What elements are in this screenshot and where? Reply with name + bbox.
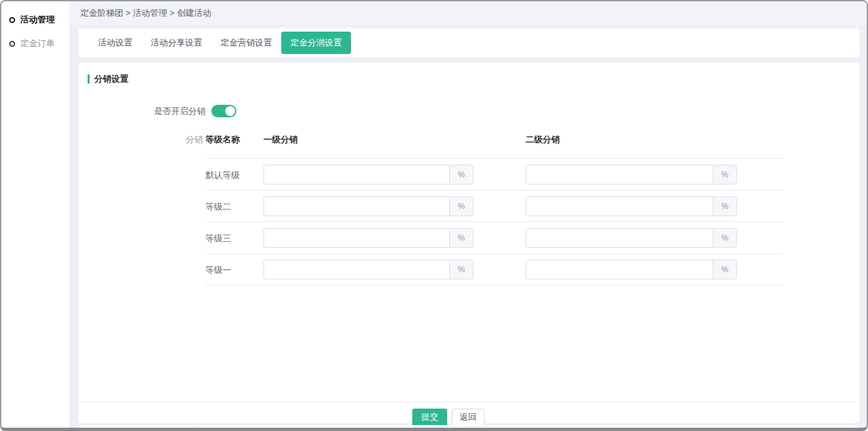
tab-bar: 活动设置 活动分享设置 定金营销设置 定金分润设置 — [78, 28, 859, 57]
level-name: 等级二 — [205, 201, 231, 213]
tab-deposit-marketing-settings[interactable]: 定金营销设置 — [211, 32, 281, 54]
row-divider — [205, 221, 783, 222]
level2-percent-input[interactable] — [526, 196, 713, 216]
level2-input-group: % — [526, 260, 737, 279]
percent-unit: % — [713, 165, 737, 185]
column-header-level1: 一级分销 — [263, 134, 298, 146]
tab-activity-share-settings[interactable]: 活动分享设置 — [142, 32, 211, 54]
row-divider — [205, 253, 783, 254]
level-name: 等级三 — [205, 233, 231, 244]
level-name: 默认等级 — [205, 169, 240, 181]
percent-unit: % — [713, 228, 737, 248]
level1-percent-input[interactable] — [263, 165, 449, 185]
table-row: 等级一 % % — [78, 253, 859, 285]
section-accent-bar — [88, 74, 90, 84]
percent-unit: % — [449, 260, 474, 279]
level2-input-group: % — [526, 228, 737, 248]
table-row: 等级三 % % — [78, 221, 859, 253]
level1-input-group: % — [263, 260, 474, 279]
level2-input-group: % — [526, 165, 737, 185]
column-header-level-name: 等级名称 — [205, 134, 240, 146]
sidebar-item-deposit-orders[interactable]: 定金订单 — [1, 32, 69, 55]
level2-percent-input[interactable] — [526, 260, 713, 279]
row-divider — [205, 158, 783, 159]
level2-percent-input[interactable] — [526, 228, 713, 248]
column-header-level2: 二级分销 — [526, 134, 560, 146]
percent-unit: % — [449, 196, 474, 216]
back-button[interactable]: 返回 — [452, 409, 485, 426]
distribution-settings-panel: 分销设置 是否开启分销 分销 等级名称 一级分销 二级分销 默认等级 — [78, 63, 859, 423]
level1-input-group: % — [263, 196, 474, 216]
sidebar-item-activity-management[interactable]: 活动管理 — [1, 8, 69, 32]
row-divider — [205, 190, 783, 190]
sidebar: 活动管理 定金订单 — [1, 1, 69, 428]
circle-icon — [9, 17, 15, 23]
level1-percent-input[interactable] — [263, 228, 449, 248]
enable-distribution-row: 是否开启分销 — [78, 105, 236, 118]
level-name: 等级一 — [205, 264, 231, 276]
app-window: 活动管理 定金订单 定金阶梯团 > 活动管理 > 创建活动 活动设置 活动分享设… — [0, 0, 868, 431]
table-header-row: 分销 等级名称 一级分销 二级分销 — [78, 131, 859, 150]
footer-divider — [78, 402, 859, 403]
level1-input-group: % — [263, 165, 474, 185]
table-bottom-divider — [205, 285, 783, 285]
level1-input-group: % — [263, 228, 474, 248]
tab-activity-settings[interactable]: 活动设置 — [89, 32, 142, 54]
field-label: 分销 — [186, 134, 203, 146]
sidebar-item-label: 定金订单 — [20, 38, 55, 49]
toggle-knob — [225, 106, 235, 116]
peek-section-header: 基本信息 — [161, 426, 201, 428]
level1-percent-input[interactable] — [263, 260, 449, 279]
section-title: 分销设置 — [94, 73, 128, 85]
level2-percent-input[interactable] — [526, 165, 713, 185]
enable-distribution-toggle[interactable] — [211, 105, 236, 117]
percent-unit: % — [713, 260, 737, 279]
level2-input-group: % — [526, 196, 737, 216]
main-area: 定金阶梯团 > 活动管理 > 创建活动 活动设置 活动分享设置 定金营销设置 定… — [69, 1, 867, 428]
table-row: 等级二 % % — [78, 190, 859, 221]
circle-icon — [9, 41, 15, 47]
level1-percent-input[interactable] — [263, 196, 449, 216]
tab-deposit-profit-settings[interactable]: 定金分润设置 — [281, 32, 351, 54]
table-row: 默认等级 % % — [78, 158, 859, 190]
submit-button[interactable]: 提交 — [412, 409, 447, 426]
breadcrumb: 定金阶梯团 > 活动管理 > 创建活动 — [69, 1, 867, 25]
toggle-label: 是否开启分销 — [78, 105, 205, 117]
peek-section-title: 基本信息 — [167, 426, 201, 428]
sidebar-item-label: 活动管理 — [20, 14, 55, 26]
section-header: 分销设置 — [88, 73, 128, 85]
percent-unit: % — [713, 196, 737, 216]
percent-unit: % — [449, 228, 474, 248]
percent-unit: % — [449, 165, 474, 185]
next-section-peek: 基本信息 — [78, 425, 859, 428]
